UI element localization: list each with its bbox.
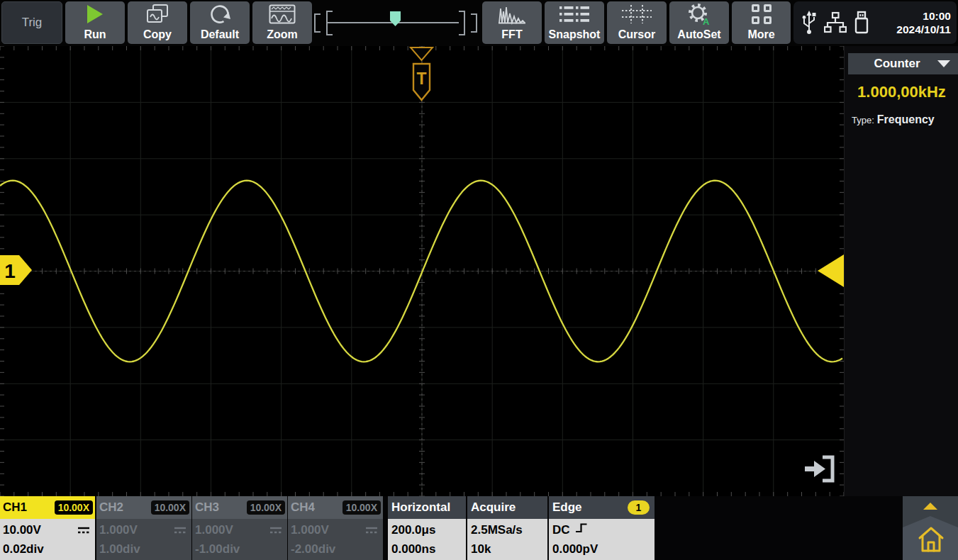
- waveform-display: T 1: [0, 46, 844, 496]
- acquire-panel[interactable]: Acquire 2.5MSa/s 10k: [467, 496, 547, 560]
- channel4-scale: 1.000V: [291, 520, 329, 539]
- cursor-crosshair-icon: [607, 1, 667, 27]
- horizontal-panel[interactable]: Horizontal 200.0μs 0.000ns: [388, 496, 466, 560]
- fft-spectrum-icon: [482, 1, 542, 27]
- reset-icon: [190, 1, 250, 27]
- chevron-down-icon: [937, 60, 950, 67]
- counter-dropdown[interactable]: Counter: [848, 53, 958, 74]
- channel1-name: CH1: [3, 500, 27, 515]
- usb-storage-icon: [853, 11, 870, 35]
- default-button[interactable]: Default: [190, 1, 250, 44]
- fft-label: FFT: [501, 27, 522, 44]
- clock-date: 2024/10/11: [896, 23, 951, 36]
- home-panel[interactable]: [903, 496, 958, 560]
- channel3-name: CH3: [195, 500, 219, 515]
- zoom-label: Zoom: [267, 27, 298, 44]
- trigger-level-marker[interactable]: [818, 254, 844, 287]
- graticule-and-waveform: [0, 46, 844, 496]
- channel3-panel[interactable]: CH3 10.00X 1.000V -1.00div: [192, 496, 287, 560]
- top-toolbar: Trig Run Copy Default: [0, 0, 958, 46]
- counter-value: 1.000,00kHz: [845, 83, 958, 101]
- trigger-position-marker[interactable]: T: [408, 46, 435, 111]
- trigger-panel[interactable]: Edge 1 DC 0.000pV: [549, 496, 655, 560]
- clock-time: 10:00: [896, 9, 951, 23]
- rising-edge-icon: [575, 520, 588, 539]
- default-label: Default: [201, 27, 239, 44]
- more-button[interactable]: More: [732, 1, 791, 44]
- channel1-scale: 10.00V: [3, 520, 41, 539]
- channel1-marker-label: 1: [4, 260, 16, 282]
- cursor-button[interactable]: Cursor: [607, 1, 667, 44]
- channel3-position: -1.00div: [195, 539, 287, 559]
- copy-icon: [128, 1, 187, 27]
- trigger-source-badge: 1: [628, 500, 650, 515]
- channel2-name: CH2: [99, 500, 123, 515]
- trigger-title: Edge: [552, 500, 582, 515]
- channel1-panel[interactable]: CH1 10.00X 10.00V 0.02div: [0, 496, 95, 560]
- run-label: Run: [84, 27, 106, 44]
- autoset-gear-icon: A: [669, 1, 729, 27]
- oscilloscope-screen: Trig Run Copy Default: [0, 0, 958, 560]
- acquire-title: Acquire: [471, 500, 516, 515]
- trigger-t-symbol: T: [416, 69, 426, 88]
- autoset-label: AutoSet: [677, 27, 720, 44]
- copy-label: Copy: [143, 27, 172, 44]
- snapshot-label: Snapshot: [549, 27, 601, 44]
- slider-inner-right-bracket: [459, 11, 465, 35]
- expand-up-icon[interactable]: [923, 503, 937, 510]
- home-icon[interactable]: [916, 525, 946, 557]
- zoom-button[interactable]: Zoom: [252, 1, 312, 44]
- usb-device-icon: [801, 10, 818, 35]
- snapshot-list-icon: [545, 1, 604, 27]
- counter-title: Counter: [874, 57, 920, 71]
- channel4-panel[interactable]: CH4 10.00X 1.000V -2.00div: [288, 496, 383, 560]
- dc-coupling-icon: [174, 520, 186, 539]
- cursor-label: Cursor: [618, 27, 655, 44]
- system-status-area: 10:00 2024/10/11: [793, 1, 957, 44]
- channel2-panel[interactable]: CH2 10.00X 1.000V 1.00div: [96, 496, 191, 560]
- horizontal-delay: 0.000ns: [391, 539, 466, 559]
- channel2-probe-badge: 10.00X: [151, 500, 189, 515]
- counter-type-value: Frequency: [877, 113, 935, 125]
- acquire-memory-depth: 10k: [471, 539, 547, 559]
- lan-network-icon: [824, 11, 847, 34]
- counter-type-label: Type:: [852, 115, 874, 125]
- channel1-position: 0.02div: [3, 539, 95, 559]
- channel2-scale: 1.000V: [99, 520, 138, 539]
- clock-display: 10:00 2024/10/11: [896, 9, 951, 36]
- snapshot-button[interactable]: Snapshot: [545, 1, 604, 44]
- trigger-level: 0.000pV: [552, 539, 655, 559]
- channel4-name: CH4: [291, 500, 315, 515]
- channel4-position: -2.00div: [291, 539, 383, 559]
- channel1-probe-badge: 10.00X: [55, 500, 93, 515]
- slider-outer-left-bracket: [314, 13, 321, 33]
- collapse-panel-icon[interactable]: [802, 454, 836, 487]
- horizontal-position-slider[interactable]: [313, 1, 480, 44]
- more-grid-icon: [732, 1, 791, 27]
- channel3-probe-badge: 10.00X: [247, 500, 285, 515]
- copy-button[interactable]: Copy: [128, 1, 187, 44]
- measurement-sidebar: Counter 1.000,00kHz Type:Frequency: [844, 46, 958, 496]
- channel3-scale: 1.000V: [195, 520, 233, 539]
- channel4-probe-badge: 10.00X: [342, 500, 381, 515]
- channel1-position-marker[interactable]: 1: [0, 255, 33, 288]
- slider-outer-right-bracket: [471, 13, 477, 33]
- trigger-coupling: DC: [552, 520, 570, 539]
- horizontal-title: Horizontal: [391, 500, 450, 515]
- play-icon: [65, 1, 125, 27]
- status-bar: CH1 10.00X 10.00V 0.02div CH2 10.00X 1.0…: [0, 496, 958, 560]
- dc-coupling-icon: [269, 520, 282, 539]
- run-button[interactable]: Run: [65, 1, 125, 44]
- fft-button[interactable]: FFT: [482, 1, 542, 44]
- dc-coupling-icon: [365, 520, 378, 539]
- autoset-button[interactable]: A AutoSet: [669, 1, 729, 44]
- dc-coupling-icon: [77, 520, 90, 539]
- trigger-position-thumb[interactable]: [390, 11, 401, 26]
- horizontal-timebase: 200.0μs: [391, 520, 466, 539]
- trig-button[interactable]: Trig: [1, 1, 62, 44]
- zoom-waveform-icon: [252, 1, 312, 27]
- autoset-a-mark: A: [703, 16, 710, 26]
- more-label: More: [747, 27, 774, 44]
- trig-label: Trig: [22, 16, 43, 30]
- channel2-position: 1.00div: [99, 539, 191, 559]
